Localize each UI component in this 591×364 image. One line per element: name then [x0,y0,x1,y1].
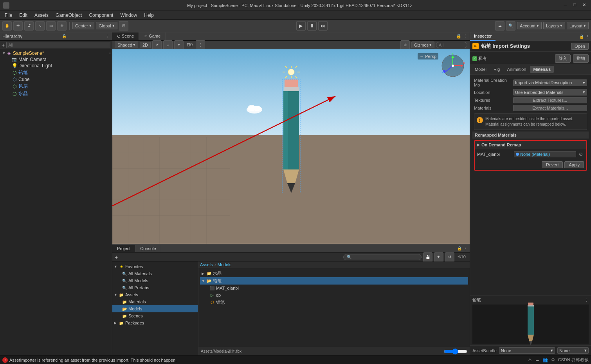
menu-assets[interactable]: Assets [31,12,52,19]
rotate-tool-button[interactable]: ↺ [24,21,34,31]
hierarchy-item-directionallight[interactable]: 💡 Directional Light [0,63,112,69]
hierarchy-item-samplescene[interactable]: ▼ ◈ SampleScene* ⋮ [0,50,112,56]
pause-button[interactable]: ⏸ [307,21,317,31]
hierarchy-options-icon[interactable]: ⋮ [106,34,110,38]
hierarchy-item-cube[interactable]: ⬡ Cube [0,76,112,83]
hierarchy-item-fengshan[interactable]: ⬡ 风扇 [0,83,112,90]
all-models-item[interactable]: 🔍 All Models [112,277,198,284]
pencil-folder-item[interactable]: ▼ 📂 铅笔 [200,277,468,285]
hierarchy-item-shuijing[interactable]: ⬡ 水晶 [0,90,112,97]
scene-effects-button[interactable]: ✦ [174,40,184,50]
project-lock-icon[interactable]: 🔒 [457,246,462,250]
materials-folder-item[interactable]: 📁 Materials [112,298,198,305]
zoom-slider[interactable] [444,348,467,355]
all-materials-item[interactable]: 🔍 All Materials [112,270,198,277]
mat-target-button[interactable]: ⊙ [578,151,584,157]
pencil-model-item[interactable]: ⬡ 铅笔 [200,299,468,306]
inspector-options-icon[interactable]: ⋮ [586,34,589,39]
shading-dropdown[interactable]: Shaded ▾ [115,41,138,48]
scenes-folder-item[interactable]: 📁 Scenes [112,312,198,319]
scene-search-input[interactable] [436,42,467,48]
assets-section[interactable]: ▼ 📁 Assets [112,291,198,298]
assetbundle-variant-dropdown[interactable]: None ▾ [557,347,589,354]
mat-qianbi-item[interactable]: ⬛ MAT_qianbi [200,285,468,292]
gizmos-dropdown[interactable]: Gizmos ▾ [411,41,434,48]
menu-gameobject[interactable]: GameObject [52,12,85,19]
layers-dropdown[interactable]: Layers ▾ [543,22,565,29]
2d-button[interactable]: 2D [140,42,151,48]
scene-lighting-button[interactable]: ☀ [152,40,162,50]
account-dropdown[interactable]: Account ▾ [517,22,542,29]
sign-in-button[interactable]: 签入 [555,54,571,63]
hierarchy-search-input[interactable] [6,42,110,48]
revert-button[interactable]: Revert [542,161,563,168]
all-prefabs-item[interactable]: 🔍 All Prefabs [112,284,198,291]
breadcrumb-assets[interactable]: Assets [200,262,213,267]
project-star-icon[interactable]: ★ [434,252,443,262]
on-demand-remap-header[interactable]: ▶ On Demand Remap [475,141,586,149]
breadcrumb-models[interactable]: Models [218,262,231,267]
game-tab[interactable]: ☞ Game [139,32,166,40]
hierarchy-lock-icon[interactable]: 🔒 [62,34,67,38]
menu-component[interactable]: Component [86,12,116,19]
extract-textures-button[interactable]: Extract Textures... [513,97,587,103]
menu-window[interactable]: Window [117,12,140,19]
menu-file[interactable]: File [2,12,15,19]
qb-mesh-item[interactable]: ▷ qb [200,292,468,299]
material-creation-dropdown[interactable]: Import via MaterialDescription ▾ [513,79,587,86]
play-button[interactable]: ▶ [296,21,306,31]
project-add-icon[interactable]: + [115,254,118,260]
project-tab[interactable]: Project [112,245,135,252]
scene-options-icon[interactable]: ⋮ [463,34,467,39]
project-save-icon[interactable]: 💾 [423,252,432,262]
hand-tool-button[interactable]: ✋ [2,21,12,31]
project-refresh-icon[interactable]: ↺ [445,252,454,262]
menu-edit[interactable]: Edit [16,12,31,19]
window-controls[interactable]: ─ □ ✕ [562,2,587,8]
scene-tool-button[interactable]: ⊕ [400,40,410,50]
scene-audio-button[interactable]: ♪ [163,40,173,50]
packages-section[interactable]: ▶ 📁 Packages [112,319,198,326]
project-search-input[interactable] [353,255,418,259]
assetbundle-name-dropdown[interactable]: None ▾ [499,347,555,354]
menu-help[interactable]: Help [141,12,157,19]
samplescene-options-icon[interactable]: ⋮ [108,51,112,56]
scene-more-button[interactable]: ⋮ [196,40,205,50]
console-tab[interactable]: Console [135,245,161,252]
favorites-section[interactable]: ▼ ★ Favorites [112,263,198,270]
snap-tool-button[interactable]: ⊟ [119,21,128,31]
inspector-lock-icon[interactable]: 🔒 [579,34,584,39]
rect-tool-button[interactable]: ▭ [46,21,56,31]
hierarchy-item-maincamera[interactable]: 📷 Main Camera [0,56,112,63]
undo-button[interactable]: 撤销 [573,54,589,63]
project-options-icon[interactable]: ⋮ [463,246,467,250]
materials-tab[interactable]: Materials [530,66,554,73]
rig-tab[interactable]: Rig [490,66,503,73]
center-dropdown[interactable]: Center ▾ [72,22,94,29]
scene-lock-icon[interactable]: 🔒 [456,34,461,39]
model-tab[interactable]: Model [472,66,490,73]
shuijing-folder-item[interactable]: ▶ 📁 水晶 [200,270,468,277]
transform-tool-button[interactable]: ⊕ [57,21,67,31]
close-button[interactable]: ✕ [581,2,587,8]
private-checkbox-icon[interactable]: ✓ [472,56,477,61]
collab-button[interactable]: ☁ [495,21,505,31]
move-tool-button[interactable]: ✛ [13,21,23,31]
scene-viewport[interactable]: X Y Z ← Persp [112,49,470,244]
extract-materials-button[interactable]: Extract Materials... [513,105,587,111]
models-folder-item[interactable]: 📂 Models [112,305,198,312]
preview-options-icon[interactable]: ⋮ [585,298,589,302]
mat-qianbi-value-field[interactable]: None (Material) [514,151,576,157]
open-button[interactable]: Open [571,43,589,50]
hierarchy-item-pencil[interactable]: ⬡ 铅笔 [0,69,112,76]
step-button[interactable]: ⏭ [318,21,328,31]
scale-tool-button[interactable]: ⤡ [35,21,45,31]
global-dropdown[interactable]: Global ▾ [96,22,117,29]
apply-button[interactable]: Apply [564,161,584,168]
scene-tab[interactable]: ⊙ Scene [112,32,139,40]
minimize-button[interactable]: ─ [562,2,568,8]
animation-tab[interactable]: Animation [504,66,529,73]
layout-dropdown[interactable]: Layout ▾ [567,22,589,29]
search-cloud-button[interactable]: 🔍 [506,21,515,31]
hierarchy-add-icon[interactable]: + [2,42,5,48]
